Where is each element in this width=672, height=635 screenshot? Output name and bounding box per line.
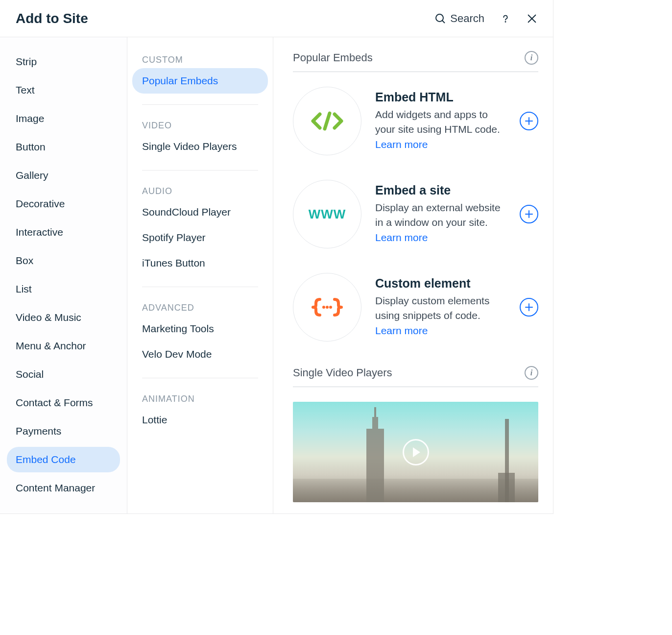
svg-line-1 (442, 21, 445, 23)
learn-more-link[interactable]: Learn more (375, 139, 428, 150)
subnav-item-marketing-tools[interactable]: Marketing Tools (132, 316, 268, 342)
header-actions: Search (434, 12, 537, 25)
svg-point-10 (322, 306, 325, 309)
add-button[interactable] (520, 205, 538, 223)
section-header-video: Single Video Players i (293, 366, 538, 387)
section-header-popular: Popular Embeds i (293, 51, 538, 72)
add-panel: Add to Site Search (0, 0, 553, 514)
sidebar-item-list[interactable]: List (7, 276, 120, 302)
search-icon (434, 13, 446, 24)
sidebar-item-image[interactable]: Image (7, 106, 120, 131)
close-button[interactable] (527, 13, 537, 24)
braces-icon (293, 273, 361, 342)
divider (142, 287, 258, 287)
sidebar-item-decorative[interactable]: Decorative (7, 191, 120, 217)
help-button[interactable] (500, 13, 511, 24)
search-label: Search (450, 12, 484, 25)
embed-description: Display custom elements using snippets o… (375, 293, 506, 338)
sidebar-item-strip[interactable]: Strip (7, 49, 120, 74)
skyline-building (372, 417, 378, 429)
subnav-group-header: ANIMATION (127, 389, 273, 407)
svg-point-0 (436, 14, 443, 22)
subnav-item-velo-dev-mode[interactable]: Velo Dev Mode (132, 342, 268, 367)
learn-more-link[interactable]: Learn more (375, 325, 428, 336)
video-thumbnail[interactable] (293, 402, 538, 502)
subnav-item-single-video-players[interactable]: Single Video Players (132, 134, 268, 159)
sidebar-item-menu-anchor[interactable]: Menu & Anchor (7, 333, 120, 359)
content-area: Popular Embeds i Embed HTMLAdd widgets a… (273, 37, 553, 513)
category-sidebar: StripTextImageButtonGalleryDecorativeInt… (0, 37, 127, 513)
panel-body: StripTextImageButtonGalleryDecorativeInt… (0, 37, 553, 513)
embed-text: Embed a siteDisplay an external website … (375, 183, 506, 245)
subnav-group-header: ADVANCED (127, 298, 273, 316)
sidebar-item-embed-code[interactable]: Embed Code (7, 447, 120, 472)
embed-option-embed-a-site: WWWEmbed a siteDisplay an external websi… (293, 180, 538, 248)
skyline-building (498, 473, 515, 502)
subnav-item-popular-embeds[interactable]: Popular Embeds (132, 68, 268, 94)
info-button[interactable]: i (525, 366, 538, 380)
subcategory-sidebar: CUSTOMPopular EmbedsVIDEOSingle Video Pl… (127, 37, 273, 513)
sidebar-item-content-manager[interactable]: Content Manager (7, 475, 120, 501)
sidebar-item-payments[interactable]: Payments (7, 418, 120, 444)
panel-title: Add to Site (16, 11, 88, 26)
svg-line-5 (325, 113, 330, 129)
embed-text: Custom elementDisplay custom elements us… (375, 276, 506, 338)
embed-title: Embed HTML (375, 90, 506, 104)
www-icon: WWW (293, 180, 361, 248)
sidebar-item-button[interactable]: Button (7, 134, 120, 160)
code-icon (293, 87, 361, 155)
embed-title: Custom element (375, 276, 506, 291)
sidebar-item-video-music[interactable]: Video & Music (7, 305, 120, 330)
add-button[interactable] (520, 112, 538, 130)
divider (142, 378, 258, 378)
sidebar-item-contact-forms[interactable]: Contact & Forms (7, 390, 120, 415)
svg-point-11 (326, 306, 329, 309)
sidebar-item-gallery[interactable]: Gallery (7, 163, 120, 188)
section-title: Popular Embeds (293, 51, 373, 64)
add-button[interactable] (520, 298, 538, 317)
skyline-spire (374, 407, 376, 417)
sidebar-item-text[interactable]: Text (7, 77, 120, 103)
embed-option-custom-element: Custom elementDisplay custom elements us… (293, 273, 538, 342)
info-button[interactable]: i (525, 51, 538, 65)
learn-more-link[interactable]: Learn more (375, 232, 428, 243)
embed-description: Display an external website in a window … (375, 200, 506, 245)
section-title: Single Video Players (293, 366, 392, 379)
subnav-item-spotify-player[interactable]: Spotify Player (132, 225, 268, 250)
panel-header: Add to Site Search (0, 0, 553, 37)
subnav-item-lottie[interactable]: Lottie (132, 407, 268, 433)
embed-option-embed-html: Embed HTMLAdd widgets and apps to your s… (293, 87, 538, 155)
embed-title: Embed a site (375, 183, 506, 197)
play-icon (403, 439, 429, 465)
divider (142, 170, 258, 171)
subnav-group-header: AUDIO (127, 181, 273, 199)
embed-text: Embed HTMLAdd widgets and apps to your s… (375, 90, 506, 152)
sidebar-item-social[interactable]: Social (7, 362, 120, 387)
skyline-building (366, 429, 384, 502)
subnav-item-itunes-button[interactable]: iTunes Button (132, 250, 268, 276)
svg-point-2 (505, 21, 505, 22)
embed-description: Add widgets and apps to your site using … (375, 107, 506, 152)
subnav-group-header: CUSTOM (127, 50, 273, 68)
sidebar-item-box[interactable]: Box (7, 248, 120, 273)
search-button[interactable]: Search (434, 12, 484, 25)
divider (142, 104, 258, 105)
sidebar-item-interactive[interactable]: Interactive (7, 220, 120, 245)
subnav-item-soundcloud-player[interactable]: SoundCloud Player (132, 199, 268, 225)
svg-point-12 (329, 306, 332, 309)
subnav-group-header: VIDEO (127, 116, 273, 134)
